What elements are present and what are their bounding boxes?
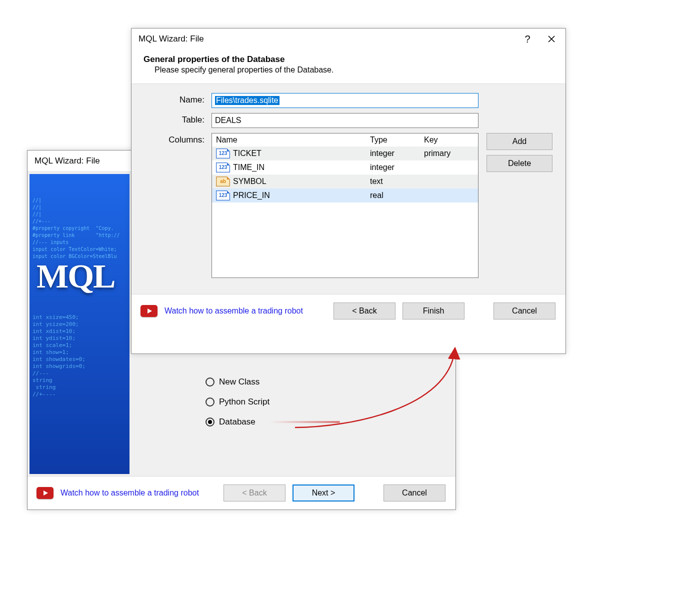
radio-icon bbox=[206, 398, 214, 406]
watch-video-link[interactable]: Watch how to assemble a trading robot bbox=[164, 306, 303, 316]
radio-database[interactable]: Database bbox=[142, 412, 446, 432]
help-icon[interactable]: ? bbox=[516, 28, 540, 50]
table-label: Table: bbox=[142, 113, 212, 125]
name-input[interactable]: Files\trades.sqlite bbox=[212, 93, 478, 108]
wizard-database-dialog: MQL Wizard: File ? General properties of… bbox=[131, 28, 566, 354]
titlebar: MQL Wizard: File ? bbox=[132, 28, 566, 50]
col-header-type: Type bbox=[370, 136, 424, 144]
column-row[interactable]: abSYMBOLtext bbox=[212, 174, 478, 188]
header-title: General properties of the Database bbox=[144, 54, 554, 64]
delete-column-button[interactable]: Delete bbox=[486, 155, 552, 172]
back-button: < Back bbox=[224, 484, 286, 502]
dialog-header: General properties of the Database Pleas… bbox=[132, 50, 566, 84]
col-header-key: Key bbox=[424, 136, 478, 144]
columns-label: Columns: bbox=[142, 133, 212, 145]
cancel-button[interactable]: Cancel bbox=[494, 302, 556, 320]
radio-icon bbox=[206, 378, 214, 386]
columns-list[interactable]: Name Type Key 123TICKETintegerprimary123… bbox=[212, 133, 478, 278]
add-column-button[interactable]: Add bbox=[486, 133, 552, 150]
column-type: real bbox=[370, 191, 424, 200]
header-subtitle: Please specify general properties of the… bbox=[144, 66, 554, 74]
radio-label: Database bbox=[219, 417, 256, 427]
column-name: TICKET bbox=[233, 149, 262, 158]
finish-button[interactable]: Finish bbox=[402, 302, 464, 320]
name-label: Name: bbox=[142, 93, 212, 105]
annotation-trail bbox=[270, 421, 340, 423]
column-name: PRICE_IN bbox=[233, 191, 270, 200]
table-input[interactable]: DEALS bbox=[212, 113, 478, 128]
type-icon: 123 bbox=[216, 148, 230, 158]
column-type: integer bbox=[370, 163, 424, 172]
window-title: MQL Wizard: File bbox=[138, 34, 516, 44]
type-icon: ab bbox=[216, 176, 230, 186]
column-type: integer bbox=[370, 149, 424, 158]
cancel-button[interactable]: Cancel bbox=[384, 484, 446, 502]
column-key: primary bbox=[424, 149, 478, 158]
type-icon: 123 bbox=[216, 162, 230, 172]
column-row[interactable]: 123PRICE_INreal bbox=[212, 188, 478, 202]
radio-label: New Class bbox=[219, 377, 260, 387]
columns-header-row: Name Type Key bbox=[212, 134, 478, 146]
column-name: TIME_IN bbox=[233, 163, 264, 172]
column-type: text bbox=[370, 177, 424, 186]
back-button[interactable]: < Back bbox=[334, 302, 396, 320]
youtube-icon[interactable] bbox=[36, 487, 54, 499]
type-icon: 123 bbox=[216, 190, 230, 200]
wizard-side-graphic: //| //| //| //+--- #property copyright "… bbox=[30, 174, 130, 474]
youtube-icon[interactable] bbox=[140, 305, 158, 317]
column-row[interactable]: 123TICKETintegerprimary bbox=[212, 146, 478, 160]
radio-python-script[interactable]: Python Script bbox=[142, 392, 446, 412]
watch-video-link[interactable]: Watch how to assemble a trading robot bbox=[60, 488, 199, 498]
next-button[interactable]: Next > bbox=[292, 484, 354, 502]
radio-label: Python Script bbox=[219, 397, 270, 407]
close-icon[interactable] bbox=[540, 28, 564, 50]
column-row[interactable]: 123TIME_INinteger bbox=[212, 160, 478, 174]
column-name: SYMBOL bbox=[233, 177, 266, 186]
col-header-name: Name bbox=[212, 136, 370, 144]
radio-icon bbox=[206, 418, 214, 426]
radio-new-class[interactable]: New Class bbox=[142, 372, 446, 392]
